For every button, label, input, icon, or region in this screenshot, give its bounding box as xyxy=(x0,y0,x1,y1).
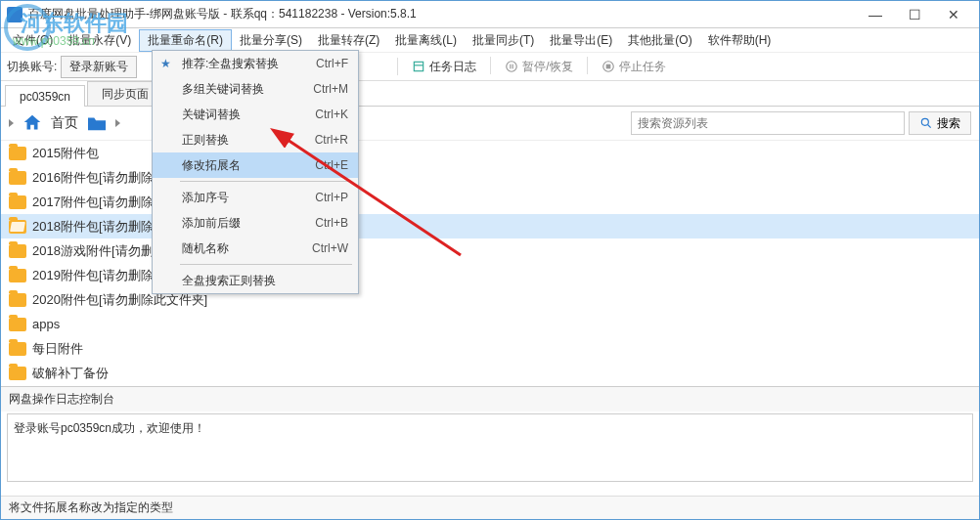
file-row[interactable]: 每日附件 xyxy=(1,336,979,361)
menu-1[interactable]: 批量永存(V) xyxy=(61,30,139,51)
file-row[interactable]: 2016附件包[请勿删除此文件夹] xyxy=(1,165,979,190)
folder-icon xyxy=(9,342,26,356)
menu-item-label: 正则替换 xyxy=(182,132,229,149)
menu-item-shortcut: Ctrl+E xyxy=(315,158,348,172)
breadcrumb-home[interactable]: 首页 xyxy=(51,114,78,132)
menu-bar: 文件(O)批量永存(V)批量重命名(R)批量分享(S)批量转存(Z)批量离线(L… xyxy=(1,28,979,52)
menu-2[interactable]: 批量重命名(R) xyxy=(139,29,232,52)
toolbar-button-1[interactable]: 暂停/恢复 xyxy=(497,57,580,77)
nav-back-icon[interactable] xyxy=(9,119,14,127)
menu-item-4[interactable]: 修改拓展名Ctrl+E xyxy=(153,152,358,178)
file-name: apps xyxy=(32,317,60,331)
log-panel-header: 网盘操作日志控制台 xyxy=(1,386,979,412)
menu-item-1[interactable]: 多组关键词替换Ctrl+M xyxy=(153,76,358,102)
menu-item-label: 推荐:全盘搜索替换 xyxy=(182,56,279,72)
menu-item-label: 随机名称 xyxy=(182,240,229,257)
menu-item-3[interactable]: 正则替换Ctrl+R xyxy=(153,127,358,152)
svg-rect-6 xyxy=(605,65,610,69)
folder-icon xyxy=(9,171,26,185)
menu-5[interactable]: 批量离线(L) xyxy=(387,30,465,51)
home-icon[interactable] xyxy=(22,112,43,134)
file-row[interactable]: 2018游戏附件[请勿删除此文件夹] xyxy=(1,238,979,263)
menu-0[interactable]: 文件(O) xyxy=(5,30,61,51)
menu-item-shortcut: Ctrl+B xyxy=(315,216,348,230)
search-input[interactable] xyxy=(631,111,905,135)
nav-forward-icon[interactable] xyxy=(115,119,120,127)
switch-account-label: 切换账号: xyxy=(7,59,57,75)
menu-item-2[interactable]: 关键词替换Ctrl+K xyxy=(153,102,358,127)
menu-item-shortcut: Ctrl+P xyxy=(315,191,348,204)
menu-4[interactable]: 批量转存(Z) xyxy=(310,30,387,51)
title-bar: 百度网盘批量处理助手-绑网盘账号版 - 联系qq：541182238 - Ver… xyxy=(1,1,979,28)
rename-dropdown-menu: ★推荐:全盘搜索替换Ctrl+F多组关键词替换Ctrl+M关键词替换Ctrl+K… xyxy=(152,50,359,294)
login-account-button[interactable]: 登录新账号 xyxy=(61,56,137,78)
menu-item-shortcut: Ctrl+W xyxy=(312,241,348,255)
search-icon xyxy=(919,116,933,130)
folder-icon xyxy=(9,293,26,307)
file-name: 每日附件 xyxy=(32,340,83,358)
file-row[interactable]: 2015附件包 xyxy=(1,141,979,165)
menu-item-shortcut: Ctrl+M xyxy=(313,82,348,96)
toolbar-button-0[interactable]: 任务日志 xyxy=(404,57,484,77)
menu-item-label: 修改拓展名 xyxy=(182,157,241,174)
toolbar-button-2[interactable]: 停止任务 xyxy=(594,57,674,77)
menu-item-label: 多组关键词替换 xyxy=(182,81,264,98)
menu-3[interactable]: 批量分享(S) xyxy=(232,30,310,51)
folder-icon xyxy=(9,367,26,380)
app-icon xyxy=(7,7,22,22)
tab-0[interactable]: pc0359cn xyxy=(5,85,85,107)
menu-item-label: 关键词替换 xyxy=(182,107,241,123)
menu-8[interactable]: 其他批量(O) xyxy=(620,30,699,51)
menu-item-shortcut: Ctrl+R xyxy=(315,133,348,147)
close-button[interactable]: ✕ xyxy=(934,1,973,28)
folder-icon xyxy=(9,244,26,258)
menu-item-5[interactable]: 添加序号Ctrl+P xyxy=(153,185,358,210)
menu-divider xyxy=(180,264,352,265)
menu-item-shortcut: Ctrl+K xyxy=(315,108,348,121)
log-panel: 登录账号pc0359cn成功，欢迎使用！ xyxy=(7,413,973,482)
menu-item-0[interactable]: ★推荐:全盘搜索替换Ctrl+F xyxy=(153,51,358,76)
svg-line-8 xyxy=(928,125,931,128)
menu-item-8[interactable]: 全盘搜索正则替换 xyxy=(153,268,358,293)
log-line: 登录账号pc0359cn成功，欢迎使用！ xyxy=(14,421,205,435)
minimize-button[interactable]: — xyxy=(856,1,895,28)
file-row[interactable]: 破解补丁备份 xyxy=(1,361,979,385)
svg-rect-3 xyxy=(511,65,512,69)
svg-point-7 xyxy=(921,118,928,125)
menu-item-6[interactable]: 添加前后缀Ctrl+B xyxy=(153,210,358,236)
file-row[interactable]: apps xyxy=(1,312,979,336)
folder-icon xyxy=(9,318,26,331)
folder-icon xyxy=(9,195,26,209)
tab-strip: pc0359cn同步页面 xyxy=(1,81,979,107)
toolbar-icon-1 xyxy=(505,60,518,73)
file-row[interactable]: 2018附件包[请勿删除此文件夹] xyxy=(1,214,979,238)
toolbar-icon-2 xyxy=(601,60,615,73)
search-button[interactable]: 搜索 xyxy=(909,111,971,135)
menu-divider xyxy=(180,181,352,182)
star-icon: ★ xyxy=(160,57,171,70)
toolbar-icon-0 xyxy=(412,60,425,73)
menu-9[interactable]: 软件帮助(H) xyxy=(700,30,780,51)
path-bar: 首页 搜索 xyxy=(1,107,979,140)
file-row[interactable]: 2020附件包[请勿删除此文件夹] xyxy=(1,287,979,312)
file-row[interactable]: 2017附件包[请勿删除此文件夹] xyxy=(1,190,979,214)
folder-icon xyxy=(9,220,26,234)
file-name: 2015附件包 xyxy=(32,145,99,162)
file-name: 破解补丁备份 xyxy=(32,365,109,382)
folder-icon[interactable] xyxy=(86,112,108,134)
menu-item-label: 添加前后缀 xyxy=(182,215,241,232)
toolbar: 切换账号: 登录新账号 任务日志暂停/恢复停止任务 xyxy=(1,52,979,81)
menu-item-7[interactable]: 随机名称Ctrl+W xyxy=(153,236,358,261)
svg-rect-0 xyxy=(415,62,423,70)
menu-item-label: 添加序号 xyxy=(182,190,229,206)
folder-icon xyxy=(9,147,26,160)
file-row[interactable]: 2019附件包[请勿删除此文件夹] xyxy=(1,263,979,287)
window-title: 百度网盘批量处理助手-绑网盘账号版 - 联系qq：541182238 - Ver… xyxy=(28,6,856,22)
menu-item-label: 全盘搜索正则替换 xyxy=(182,273,276,289)
menu-6[interactable]: 批量同步(T) xyxy=(465,30,542,51)
folder-icon xyxy=(9,269,26,282)
maximize-button[interactable]: ☐ xyxy=(895,1,934,28)
file-list[interactable]: 2015附件包2016附件包[请勿删除此文件夹]2017附件包[请勿删除此文件夹… xyxy=(1,140,979,386)
menu-item-shortcut: Ctrl+F xyxy=(316,57,348,70)
menu-7[interactable]: 批量导出(E) xyxy=(542,30,620,51)
